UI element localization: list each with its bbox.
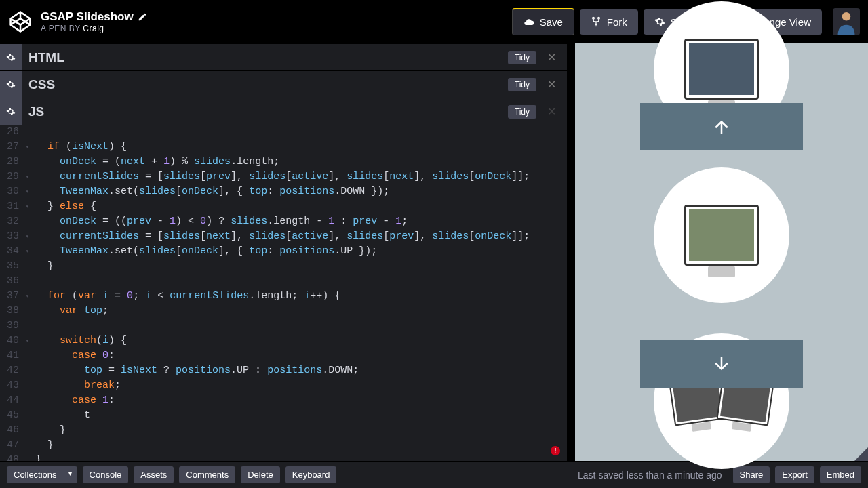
avatar-icon <box>836 9 856 35</box>
footer-console-button[interactable]: Console <box>83 466 129 483</box>
pen-title[interactable]: GSAP Slideshow <box>41 10 147 24</box>
gear-icon <box>6 107 16 117</box>
footer-keyboard-button[interactable]: Keyboard <box>285 466 337 483</box>
css-close-button[interactable]: ✕ <box>543 78 560 91</box>
code-line[interactable]: 41 case 0: <box>0 348 567 363</box>
code-line[interactable]: 27 if (isNext) { <box>0 140 567 155</box>
author-link[interactable]: Craig <box>83 24 104 33</box>
slide-active <box>654 167 789 303</box>
js-close-button[interactable]: ✕ <box>543 105 560 118</box>
css-panel-header: CSS Tidy ✕ <box>0 70 567 98</box>
code-line[interactable]: 40 switch(i) { <box>0 333 567 348</box>
svg-point-0 <box>593 17 595 19</box>
footer-share-button[interactable]: Share <box>733 466 770 483</box>
js-settings-button[interactable] <box>0 98 22 125</box>
code-line[interactable]: 36 <box>0 274 567 289</box>
nav-down-button[interactable] <box>640 340 803 388</box>
code-line[interactable]: 37 for (var i = 0; i < currentSlides.len… <box>0 289 567 304</box>
css-tidy-button[interactable]: Tidy <box>508 78 536 92</box>
footer-delete-button[interactable]: Delete <box>241 466 280 483</box>
gear-icon <box>6 53 16 62</box>
code-line[interactable]: 48} <box>0 453 567 461</box>
preview-pane[interactable] <box>575 43 868 461</box>
fork-button[interactable]: Fork <box>580 9 638 35</box>
code-line[interactable]: 33 currentSlides = [slides[next], slides… <box>0 229 567 244</box>
error-badge[interactable]: ! <box>551 446 560 455</box>
arrow-down-icon <box>711 354 732 374</box>
edit-icon[interactable] <box>138 12 147 22</box>
code-line[interactable]: 45 t <box>0 408 567 423</box>
js-panel-header: JS Tidy ✕ <box>0 98 567 125</box>
svg-point-4 <box>842 12 851 21</box>
js-tidy-button[interactable]: Tidy <box>508 105 536 119</box>
gear-icon <box>6 80 16 89</box>
pen-title-text: GSAP Slideshow <box>41 10 134 24</box>
code-line[interactable]: 32 onDeck = ((prev - 1) < 0) ? slides.le… <box>0 214 567 229</box>
arrow-up-icon <box>711 117 732 137</box>
footer-export-button[interactable]: Export <box>775 466 814 483</box>
html-settings-button[interactable] <box>0 44 22 71</box>
footer-assets-button[interactable]: Assets <box>134 466 174 483</box>
code-line[interactable]: 35 } <box>0 259 567 274</box>
code-line[interactable]: 43 break; <box>0 378 567 393</box>
css-settings-button[interactable] <box>0 71 22 98</box>
svg-point-2 <box>595 24 597 26</box>
nav-up-button[interactable] <box>640 103 803 150</box>
js-editor[interactable]: 2627 if (isNext) {28 onDeck = (next + 1)… <box>0 125 567 461</box>
pen-byline: A PEN BY Craig <box>41 24 147 33</box>
code-line[interactable]: 34 TweenMax.set(slides[onDeck], { top: p… <box>0 244 567 259</box>
code-line[interactable]: 30 TweenMax.set(slides[onDeck], { top: p… <box>0 184 567 199</box>
cloud-icon <box>524 17 534 28</box>
svg-point-1 <box>598 17 600 19</box>
code-line[interactable]: 31 } else { <box>0 199 567 214</box>
html-tidy-button[interactable]: Tidy <box>508 51 536 64</box>
save-button[interactable]: Save <box>512 8 574 35</box>
gear-icon <box>654 16 665 27</box>
fork-icon <box>591 16 601 27</box>
html-panel-title: HTML <box>28 50 64 65</box>
code-line[interactable]: 47 } <box>0 438 567 453</box>
code-line[interactable]: 29 currentSlides = [slides[prev], slides… <box>0 169 567 184</box>
html-panel-header: HTML Tidy ✕ <box>0 43 567 70</box>
html-close-button[interactable]: ✕ <box>543 51 560 64</box>
avatar[interactable] <box>833 8 860 35</box>
js-panel-title: JS <box>28 104 44 119</box>
code-line[interactable]: 26 <box>0 125 567 140</box>
codepen-logo[interactable] <box>8 9 33 34</box>
code-line[interactable]: 39 <box>0 319 567 333</box>
code-line[interactable]: 44 case 1: <box>0 393 567 408</box>
code-line[interactable]: 46 } <box>0 423 567 438</box>
css-panel-title: CSS <box>28 77 55 92</box>
save-status: Last saved less than a minute ago <box>578 470 722 481</box>
footer-embed-button[interactable]: Embed <box>820 466 861 483</box>
code-line[interactable]: 38 var top; <box>0 304 567 319</box>
footer-comments-button[interactable]: Comments <box>179 466 235 483</box>
code-line[interactable]: 42 top = isNext ? positions.UP : positio… <box>0 363 567 378</box>
code-line[interactable]: 28 onDeck = (next + 1) % slides.length; <box>0 155 567 169</box>
collections-select[interactable]: Collections <box>7 466 77 483</box>
